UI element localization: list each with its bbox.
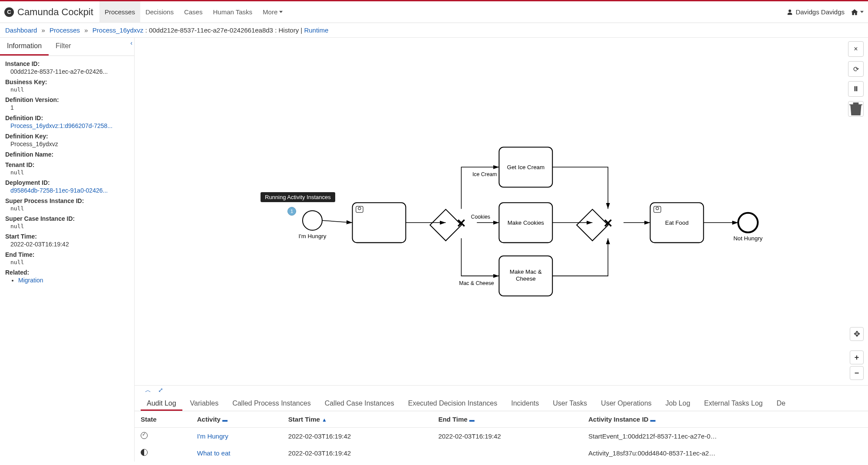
- close-button[interactable]: ×: [848, 41, 864, 57]
- audit-table: State Activity▬ Start Time▲ End Time▬ Ac…: [135, 411, 868, 462]
- brand[interactable]: C Camunda Cockpit: [4, 7, 93, 18]
- chevron-down-icon: [279, 11, 283, 13]
- col-activity[interactable]: Activity▬: [191, 411, 282, 428]
- sort-icon: ▬: [222, 417, 228, 423]
- col-actinstid[interactable]: Activity Instance ID▬: [582, 411, 868, 428]
- svg-text:Mac & Cheese: Mac & Cheese: [459, 280, 494, 286]
- row-end: 2022-02-03T16:19:42: [432, 428, 582, 445]
- crumb-dashboard[interactable]: Dashboard: [5, 26, 37, 34]
- def-key-label: Definition Key:: [5, 133, 129, 140]
- btab-incidents[interactable]: Incidents: [505, 395, 545, 411]
- user-name: Davidgs Davidgs: [795, 8, 845, 16]
- nav-processes[interactable]: Processes: [99, 1, 140, 23]
- running-instances-tooltip: Running Activity Instances: [261, 192, 335, 202]
- sort-asc-icon: ▲: [322, 417, 327, 423]
- nav-cases[interactable]: Cases: [179, 1, 208, 23]
- user-icon: [787, 9, 793, 15]
- svg-text:✕: ✕: [456, 217, 466, 230]
- svg-text:Make Mac &: Make Mac &: [510, 269, 542, 275]
- sort-icon: ▬: [650, 417, 655, 423]
- business-key-value: null: [5, 86, 129, 93]
- nav-main: Processes Decisions Cases Human Tasks Mo…: [99, 1, 288, 23]
- end-time-value: null: [5, 259, 129, 265]
- tab-filter[interactable]: Filter: [49, 38, 78, 56]
- diagram-canvas[interactable]: I'm Hungry ✕ Get Ice Cream Make Cookies …: [135, 38, 868, 385]
- tenant-id-label: Tenant ID:: [5, 161, 129, 168]
- col-starttime[interactable]: Start Time▲: [282, 411, 432, 428]
- panel-resize-handle[interactable]: ︿ ⤢: [135, 385, 868, 395]
- row-actid: StartEvent_1:00dd212f-8537-11ec-a27e-024…: [588, 432, 719, 440]
- row-start: 2022-02-03T16:19:42: [282, 445, 432, 462]
- btab-audit-log[interactable]: Audit Log: [141, 395, 182, 411]
- btab-user-ops[interactable]: User Operations: [595, 395, 658, 411]
- business-key-label: Business Key:: [5, 79, 129, 85]
- nav-right: Davidgs Davidgs: [787, 8, 864, 16]
- row-start: 2022-02-03T16:19:42: [282, 428, 432, 445]
- btab-ext-tasks[interactable]: External Tasks Log: [698, 395, 769, 411]
- btab-job-log[interactable]: Job Log: [660, 395, 696, 411]
- sidebar-tabs: Information Filter: [0, 38, 134, 56]
- svg-text:Make Cookies: Make Cookies: [508, 219, 545, 226]
- start-time-label: Start Time:: [5, 233, 129, 240]
- table-row[interactable]: What to eat 2022-02-03T16:19:42 Activity…: [135, 445, 868, 462]
- crumb-instance: 00dd212e-8537-11ec-a27e-0242661ea8d3: [149, 26, 273, 34]
- reset-zoom-button[interactable]: ✥: [850, 327, 864, 341]
- chevron-up-icon[interactable]: ︿: [145, 386, 151, 394]
- row-actid: Activity_18sf37u:00dd4840-8537-11ec-a27e…: [588, 449, 719, 457]
- migration-link[interactable]: Migration: [18, 277, 43, 284]
- pause-button[interactable]: ⏸: [848, 81, 864, 97]
- col-endtime[interactable]: End Time▬: [432, 411, 582, 428]
- refresh-button[interactable]: ⟳: [848, 61, 864, 77]
- btab-called-proc[interactable]: Called Process Instances: [226, 395, 317, 411]
- state-icon: [141, 449, 148, 456]
- sidebar-collapse-button[interactable]: ‹: [130, 39, 132, 46]
- crumb-runtime[interactable]: Runtime: [304, 26, 328, 34]
- delete-button[interactable]: [848, 101, 864, 117]
- table-row[interactable]: I'm Hungry 2022-02-03T16:19:42 2022-02-0…: [135, 428, 868, 445]
- btab-variables[interactable]: Variables: [184, 395, 225, 411]
- super-case-value: null: [5, 223, 129, 229]
- btab-more[interactable]: De: [770, 395, 791, 411]
- brand-text: Camunda Cockpit: [17, 7, 93, 18]
- svg-line-21: [322, 220, 353, 223]
- nav-human-tasks[interactable]: Human Tasks: [208, 1, 257, 23]
- tab-information[interactable]: Information: [0, 38, 49, 56]
- btab-exec-dec[interactable]: Executed Decision Instances: [402, 395, 503, 411]
- crumb-processes[interactable]: Processes: [50, 26, 80, 34]
- svg-text:Cheese: Cheese: [516, 275, 536, 282]
- btab-user-tasks[interactable]: User Tasks: [547, 395, 593, 411]
- def-key-value: Process_16ydxvz: [5, 141, 129, 147]
- user-menu[interactable]: Davidgs Davidgs: [787, 8, 845, 16]
- trash-icon: [848, 102, 863, 116]
- crumb-process[interactable]: Process_16ydxvz: [92, 26, 144, 34]
- row-end: [432, 445, 582, 462]
- expand-icon[interactable]: ⤢: [158, 386, 163, 394]
- sort-icon: ▬: [469, 417, 475, 423]
- activity-link[interactable]: I'm Hungry: [197, 432, 228, 440]
- svg-text:Cookies: Cookies: [471, 214, 490, 220]
- token-badge[interactable]: 1: [287, 207, 296, 216]
- svg-text:✕: ✕: [603, 217, 613, 230]
- end-time-label: End Time:: [5, 251, 129, 258]
- instance-id-value: 00dd212e-8537-11ec-a27e-02426...: [5, 68, 129, 75]
- chevron-down-icon: [860, 11, 864, 13]
- deployment-id-link[interactable]: d95864db-7258-11ec-91a0-02426...: [10, 187, 108, 194]
- def-id-link[interactable]: Process_16ydxvz:1:d966207d-7258...: [10, 122, 112, 129]
- super-case-label: Super Case Instance ID:: [5, 215, 129, 222]
- activity-link[interactable]: What to eat: [197, 449, 231, 457]
- zoom-out-button[interactable]: −: [850, 366, 864, 380]
- svg-point-19: [738, 213, 758, 232]
- col-state[interactable]: State: [135, 411, 191, 428]
- nav-decisions[interactable]: Decisions: [140, 1, 179, 23]
- super-proc-label: Super Process Instance ID:: [5, 197, 129, 204]
- sidebar-body: Instance ID:00dd212e-8537-11ec-a27e-0242…: [0, 56, 134, 461]
- instance-id-label: Instance ID:: [5, 60, 129, 67]
- home-menu[interactable]: [851, 8, 864, 16]
- zoom-in-button[interactable]: +: [850, 350, 864, 364]
- super-proc-value: null: [5, 205, 129, 212]
- navbar: C Camunda Cockpit Processes Decisions Ca…: [0, 1, 868, 23]
- nav-more[interactable]: More: [257, 1, 288, 23]
- tenant-id-value: null: [5, 169, 129, 176]
- btab-called-case[interactable]: Called Case Instances: [319, 395, 400, 411]
- def-id-label: Definition ID:: [5, 115, 129, 121]
